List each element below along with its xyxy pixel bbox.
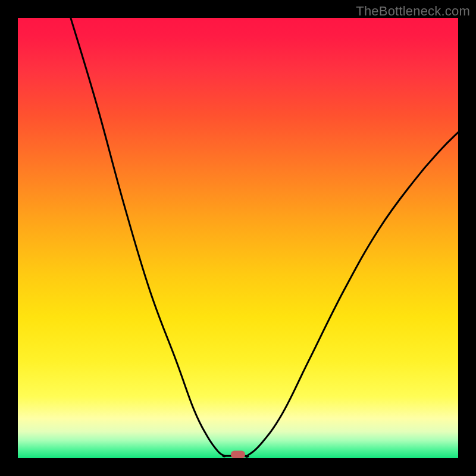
bottleneck-curve [71, 18, 458, 457]
optimum-marker [231, 451, 245, 458]
chart-frame: TheBottleneck.com [0, 0, 476, 476]
watermark-text: TheBottleneck.com [356, 4, 470, 19]
curve-svg [18, 18, 458, 458]
plot-area [18, 18, 458, 458]
